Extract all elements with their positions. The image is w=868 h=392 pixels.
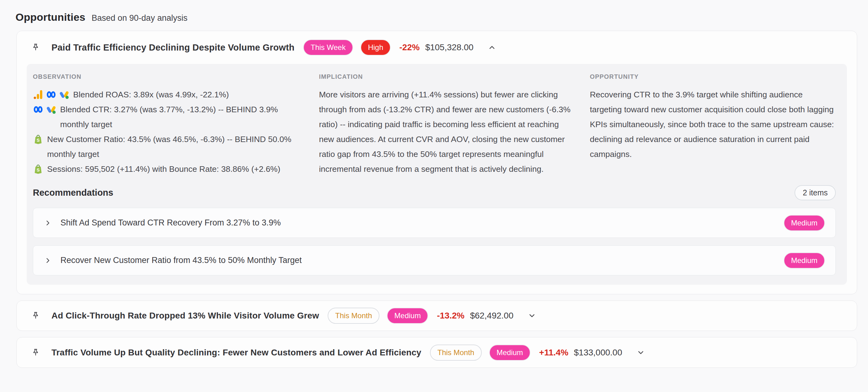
- pin-icon[interactable]: [31, 43, 40, 52]
- opportunities-page: Opportunities Based on 90-day analysis P…: [0, 0, 868, 392]
- timeframe-badge: This Week: [303, 39, 353, 56]
- implication-column: IMPLICATION More visitors are arriving (…: [319, 73, 572, 177]
- opportunity-card: Traffic Volume Up But Quality Declining:…: [17, 337, 857, 368]
- pin-icon[interactable]: [31, 348, 40, 357]
- chevron-up-icon[interactable]: [487, 42, 497, 52]
- effort-badge: Medium: [784, 215, 825, 231]
- timeframe-badge: This Month: [430, 344, 482, 361]
- recommendation-title: Recover New Customer Ratio from 43.5% to…: [60, 255, 302, 265]
- observation-text: Blended ROAS: 3.89x (was 4.99x, -22.1%): [73, 87, 229, 102]
- opportunity-card-header[interactable]: Traffic Volume Up But Quality Declining:…: [17, 337, 857, 367]
- opportunity-text: Recovering CTR to the 3.9% target while …: [590, 87, 836, 161]
- opportunity-label: OPPORTUNITY: [590, 73, 836, 80]
- observation-item: S New Customer Ratio: 43.5% (was 46.5%, …: [33, 132, 302, 161]
- google-ads-icon: [59, 89, 69, 100]
- svg-text:S: S: [37, 168, 40, 173]
- page-title: Opportunities: [16, 11, 85, 23]
- severity-badge: High: [361, 39, 391, 56]
- shopify-icon: S: [33, 134, 43, 145]
- severity-badge: Medium: [489, 344, 530, 361]
- timeframe-badge: This Month: [328, 308, 379, 324]
- opportunity-card-body: OBSERVATION: [27, 64, 847, 285]
- delta-value: -22%: [399, 42, 420, 52]
- shopify-icon: S: [33, 164, 43, 174]
- chevron-right-icon[interactable]: [44, 219, 52, 227]
- implication-label: IMPLICATION: [319, 73, 572, 80]
- delta-value: +11.4%: [539, 348, 568, 358]
- page-subtitle: Based on 90-day analysis: [91, 13, 187, 23]
- chevron-down-icon[interactable]: [636, 348, 646, 358]
- opportunity-title: Paid Traffic Efficiency Declining Despit…: [52, 42, 294, 53]
- chevron-down-icon[interactable]: [527, 311, 537, 321]
- meta-icon: [46, 89, 56, 100]
- severity-badge: Medium: [387, 308, 428, 324]
- recommendations-heading: Recommendations: [33, 188, 113, 198]
- delta-value: -13.2%: [437, 311, 464, 321]
- opportunity-card: Ad Click-Through Rate Dropped 13% While …: [17, 301, 857, 331]
- opportunity-column: OPPORTUNITY Recovering CTR to the 3.9% t…: [590, 73, 836, 177]
- google-analytics-icon: [33, 89, 43, 100]
- observation-text: Sessions: 595,502 (+11.4%) with Bounce R…: [47, 161, 280, 177]
- observation-text: Blended CTR: 3.27% (was 3.77%, -13.2%) -…: [60, 102, 302, 132]
- observation-label: OBSERVATION: [33, 73, 302, 80]
- page-heading: Opportunities Based on 90-day analysis: [16, 11, 859, 23]
- observation-item: S Sessions: 595,502 (+11.4%) with Bounce…: [33, 161, 302, 177]
- amount-value: $105,328.00: [425, 42, 474, 52]
- svg-text:S: S: [37, 138, 40, 143]
- recommendation-row[interactable]: Recover New Customer Ratio from 43.5% to…: [33, 245, 836, 275]
- observation-text: New Customer Ratio: 43.5% (was 46.5%, -6…: [47, 132, 302, 161]
- amount-value: $133,000.00: [574, 348, 622, 358]
- opportunity-card: Paid Traffic Efficiency Declining Despit…: [17, 31, 857, 294]
- observation-item: Blended ROAS: 3.89x (was 4.99x, -22.1%): [33, 87, 302, 102]
- amount-value: $62,492.00: [470, 311, 514, 321]
- observation-column: OBSERVATION: [33, 73, 302, 177]
- recommendations-count-badge: 2 items: [795, 185, 836, 200]
- effort-badge: Medium: [784, 252, 825, 269]
- implication-text: More visitors are arriving (+11.4% sessi…: [319, 87, 572, 177]
- analysis-columns: OBSERVATION: [33, 73, 836, 177]
- recommendation-title: Shift Ad Spend Toward CTR Recovery From …: [60, 218, 281, 228]
- google-ads-icon: [46, 104, 56, 115]
- chevron-right-icon[interactable]: [44, 257, 52, 265]
- recommendations-header: Recommendations 2 items: [33, 185, 836, 200]
- meta-icon: [33, 104, 43, 115]
- opportunity-card-header[interactable]: Paid Traffic Efficiency Declining Despit…: [17, 31, 857, 64]
- pin-icon[interactable]: [31, 311, 40, 320]
- opportunity-title: Ad Click-Through Rate Dropped 13% While …: [52, 311, 319, 321]
- opportunity-title: Traffic Volume Up But Quality Declining:…: [52, 348, 421, 358]
- observation-item: Blended CTR: 3.27% (was 3.77%, -13.2%) -…: [33, 102, 302, 132]
- opportunity-card-header[interactable]: Ad Click-Through Rate Dropped 13% While …: [17, 301, 857, 331]
- recommendation-row[interactable]: Shift Ad Spend Toward CTR Recovery From …: [33, 208, 836, 238]
